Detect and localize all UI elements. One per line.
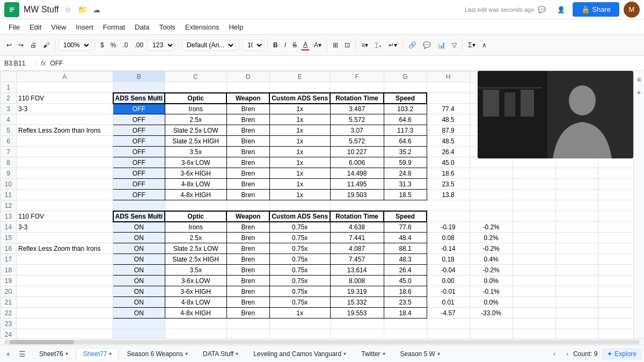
menu-view[interactable]: View bbox=[47, 22, 70, 32]
cell-b17[interactable]: ON bbox=[113, 254, 165, 265]
cell-h19[interactable]: 0.00 bbox=[427, 276, 470, 286]
menu-data[interactable]: Data bbox=[130, 22, 153, 32]
cell-g5[interactable]: 117.3 bbox=[384, 125, 427, 136]
cell-h18[interactable]: -0.04 bbox=[427, 265, 470, 276]
decimal00-button[interactable]: .00 bbox=[132, 40, 145, 50]
add-sheet-button[interactable]: + bbox=[2, 348, 14, 360]
folder-icon[interactable]: 📁 bbox=[77, 4, 88, 15]
cell-b10[interactable]: OFF bbox=[113, 179, 165, 190]
cell-d11[interactable]: Bren bbox=[226, 190, 269, 200]
cell-b12[interactable] bbox=[113, 200, 165, 211]
cell-f18[interactable]: 13.614 bbox=[330, 265, 384, 276]
share-button[interactable]: 🔒 Share bbox=[573, 2, 619, 17]
cell-d6[interactable]: Bren bbox=[226, 136, 269, 147]
cell-e15[interactable]: 0.75x bbox=[269, 233, 330, 243]
cell-e10[interactable]: 1x bbox=[269, 179, 330, 190]
cell-g19[interactable]: 45.0 bbox=[384, 276, 427, 286]
cell-i18[interactable]: -0.2% bbox=[470, 265, 513, 276]
star-icon[interactable]: ☆ bbox=[63, 4, 74, 15]
cell-a16[interactable]: Reflex Less Zoom than Irons bbox=[17, 243, 113, 254]
cell-g12[interactable] bbox=[384, 200, 427, 211]
cell-h5[interactable]: 87.9 bbox=[427, 125, 470, 136]
cell-h20[interactable]: -0.01 bbox=[427, 286, 470, 297]
cell-g6[interactable]: 64.6 bbox=[384, 136, 427, 147]
cell-a9[interactable] bbox=[17, 168, 113, 179]
cell-e18[interactable]: 0.75x bbox=[269, 265, 330, 276]
cell-i16[interactable]: -0.2% bbox=[470, 243, 513, 254]
cell-k10[interactable] bbox=[555, 179, 598, 190]
cell-k15[interactable] bbox=[555, 233, 598, 243]
col-header-h[interactable]: H bbox=[427, 71, 470, 82]
cell-d13[interactable]: Weapon bbox=[226, 211, 269, 222]
cell-g8[interactable]: 59.9 bbox=[384, 157, 427, 168]
cell-i17[interactable]: 0.4% bbox=[470, 254, 513, 265]
cell-f8[interactable]: 6.006 bbox=[330, 157, 384, 168]
cell-g13[interactable]: Speed bbox=[384, 211, 427, 222]
cell-f1[interactable] bbox=[330, 82, 384, 93]
cell-e22[interactable]: 1x bbox=[269, 308, 330, 318]
horizontal-scrollbar[interactable] bbox=[0, 338, 644, 345]
cell-a4[interactable] bbox=[17, 114, 113, 125]
format-number-select[interactable]: 123 bbox=[148, 40, 175, 50]
cell-b5[interactable]: OFF bbox=[113, 125, 165, 136]
cell-e21[interactable]: 0.75x bbox=[269, 297, 330, 308]
cell-d18[interactable]: Bren bbox=[226, 265, 269, 276]
undo-button[interactable]: ↩ bbox=[4, 40, 14, 50]
col-header-a[interactable]: A bbox=[17, 71, 113, 82]
cell-e16[interactable]: 0.75x bbox=[269, 243, 330, 254]
menu-extensions[interactable]: Extensions bbox=[181, 22, 224, 32]
cell-j8[interactable] bbox=[513, 157, 555, 168]
cell-h22[interactable]: -4.57 bbox=[427, 308, 470, 318]
cell-k12[interactable] bbox=[555, 200, 598, 211]
cell-d20[interactable]: Bren bbox=[226, 286, 269, 297]
cell-c8[interactable]: 3-6x LOW bbox=[165, 157, 226, 168]
cell-g18[interactable]: 26.4 bbox=[384, 265, 427, 276]
cell-h8[interactable]: 45.0 bbox=[427, 157, 470, 168]
all-sheets-button[interactable]: ☰ bbox=[16, 348, 28, 360]
cell-f3[interactable]: 3.487 bbox=[330, 104, 384, 114]
text-color-button[interactable]: A▾ bbox=[312, 40, 324, 50]
prev-sheet-button[interactable]: ‹ bbox=[548, 348, 560, 360]
cell-c1[interactable] bbox=[165, 82, 226, 93]
cell-j21[interactable] bbox=[513, 297, 555, 308]
cell-h21[interactable]: 0.01 bbox=[427, 297, 470, 308]
cell-e4[interactable]: 1x bbox=[269, 114, 330, 125]
comment-button[interactable]: 💬 bbox=[421, 40, 433, 50]
cell-f22[interactable]: 19.553 bbox=[330, 308, 384, 318]
cell-f17[interactable]: 7.457 bbox=[330, 254, 384, 265]
cell-d15[interactable]: Bren bbox=[226, 233, 269, 243]
col-header-c[interactable]: C bbox=[165, 71, 226, 82]
cell-d22[interactable]: Bren bbox=[226, 308, 269, 318]
valign-button[interactable]: ⌶▾ bbox=[372, 40, 384, 50]
cell-e20[interactable]: 0.75x bbox=[269, 286, 330, 297]
cell-j14[interactable] bbox=[513, 222, 555, 233]
tab-data-stuff[interactable]: DATA Stuff ▾ bbox=[196, 347, 245, 360]
cell-a14[interactable]: 3-3 bbox=[17, 222, 113, 233]
cell-f15[interactable]: 7.441 bbox=[330, 233, 384, 243]
cell-h6[interactable]: 48.5 bbox=[427, 136, 470, 147]
cell-f5[interactable]: 3.07 bbox=[330, 125, 384, 136]
print-button[interactable]: 🖨 bbox=[28, 40, 39, 50]
cell-c13[interactable]: Optic bbox=[165, 211, 226, 222]
merge-button[interactable]: ⊡ bbox=[342, 40, 352, 50]
cell-e5[interactable]: 1x bbox=[269, 125, 330, 136]
cell-j10[interactable] bbox=[513, 179, 555, 190]
cell-f14[interactable]: 4.638 bbox=[330, 222, 384, 233]
chart-button[interactable]: 📊 bbox=[435, 40, 448, 50]
menu-edit[interactable]: Edit bbox=[25, 22, 46, 32]
cell-j22[interactable] bbox=[513, 308, 555, 318]
cell-d4[interactable]: Bren bbox=[226, 114, 269, 125]
col-header-f[interactable]: F bbox=[330, 71, 384, 82]
cell-i19[interactable]: 0.0% bbox=[470, 276, 513, 286]
cell-e6[interactable]: 1x bbox=[269, 136, 330, 147]
cloud-icon[interactable]: ☁ bbox=[91, 4, 102, 15]
cell-d9[interactable]: Bren bbox=[226, 168, 269, 179]
cell-c16[interactable]: Slate 2.5x LOW bbox=[165, 243, 226, 254]
cell-c4[interactable]: 2.5x bbox=[165, 114, 226, 125]
cell-g4[interactable]: 64.6 bbox=[384, 114, 427, 125]
functions-button[interactable]: Σ▾ bbox=[466, 40, 477, 50]
cell-b3[interactable]: OFF bbox=[113, 104, 165, 114]
cell-d2[interactable]: Weapon bbox=[226, 93, 269, 104]
cell-c10[interactable]: 4-8x LOW bbox=[165, 179, 226, 190]
cell-f21[interactable]: 15.332 bbox=[330, 297, 384, 308]
